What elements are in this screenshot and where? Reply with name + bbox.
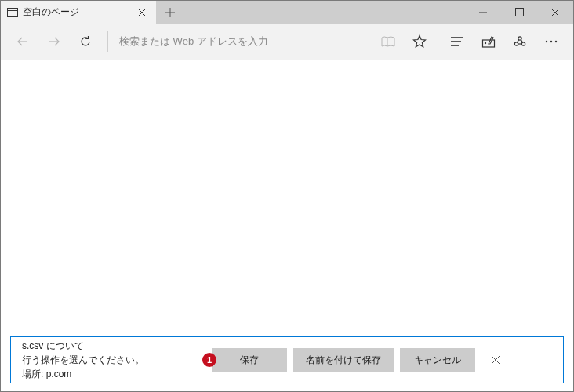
download-location-line: 場所: p.com [22, 367, 212, 381]
toolbar-separator [107, 31, 108, 52]
download-message: s.csv について 行う操作を選んでください。 場所: p.com [22, 339, 212, 381]
tab-active[interactable]: 空白のページ [1, 1, 156, 24]
refresh-button[interactable] [70, 26, 101, 57]
reading-view-icon[interactable] [372, 26, 404, 57]
svg-point-22 [550, 41, 552, 42]
save-as-button[interactable]: 名前を付けて保存 [293, 348, 394, 372]
address-bar[interactable]: 検索または Web アドレスを入力 [111, 29, 372, 54]
address-placeholder: 検索または Web アドレスを入力 [119, 34, 268, 49]
toolbar: 検索または Web アドレスを入力 [1, 24, 573, 60]
svg-rect-7 [515, 9, 523, 16]
download-close-button[interactable] [478, 343, 513, 377]
svg-marker-12 [414, 36, 426, 47]
new-tab-button[interactable] [156, 1, 184, 24]
tab-close-button[interactable] [133, 3, 151, 22]
svg-rect-0 [8, 8, 18, 16]
titlebar: 空白のページ [1, 1, 573, 24]
download-buttons: 保存 名前を付けて保存 キャンセル [212, 348, 475, 372]
titlebar-drag-area[interactable] [184, 1, 465, 24]
favorites-icon[interactable] [404, 26, 435, 57]
more-icon[interactable] [536, 26, 567, 57]
back-button[interactable] [7, 26, 38, 57]
forward-button[interactable] [38, 26, 70, 57]
tab-title: 空白のページ [23, 5, 133, 19]
annotation-badge: 1 [202, 353, 216, 367]
svg-point-17 [485, 42, 485, 43]
hub-icon[interactable] [441, 26, 473, 57]
toolbar-right-group [372, 26, 567, 57]
page-content: s.csv について 行う操作を選んでください。 場所: p.com 1 保存 … [1, 60, 573, 391]
browser-window: 空白のページ 検索または Web アドレスを入力 [0, 0, 574, 392]
svg-point-19 [514, 42, 518, 45]
svg-point-20 [521, 42, 525, 45]
download-filename-line: s.csv について [22, 339, 212, 353]
page-icon [7, 7, 18, 18]
save-button[interactable]: 保存 [212, 348, 287, 372]
maximize-button[interactable] [501, 1, 537, 24]
svg-point-21 [546, 41, 547, 42]
download-notification-bar: s.csv について 行う操作を選んでください。 場所: p.com 1 保存 … [10, 336, 564, 383]
notes-icon[interactable] [473, 26, 504, 57]
cancel-button[interactable]: キャンセル [400, 348, 475, 372]
svg-point-23 [555, 41, 557, 42]
share-icon[interactable] [504, 26, 536, 57]
download-prompt-line: 行う操作を選んでください。 [22, 353, 212, 367]
minimize-button[interactable] [465, 1, 501, 24]
close-button[interactable] [537, 1, 573, 24]
